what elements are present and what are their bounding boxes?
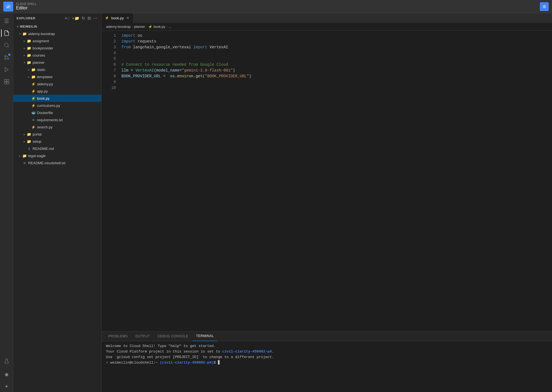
folder-templates[interactable]: 📁 templates — [13, 73, 101, 80]
folder-setup[interactable]: 📁 setup — [13, 138, 101, 145]
breadcrumb-part-4: ... — [168, 25, 171, 29]
file-curriculums-py[interactable]: ⚡ curriculums.py — [13, 102, 101, 109]
workspace-root-label: WEIMEILIN — [20, 25, 37, 28]
tab-close-button[interactable]: ✕ — [126, 16, 129, 20]
top-bar-actions: ⚙ — [540, 2, 549, 11]
py-icon: ⚡ — [31, 81, 36, 86]
code-line-2: 2 import requests — [102, 39, 552, 44]
source-control-icon[interactable] — [1, 52, 12, 63]
tab-terminal[interactable]: TERMINAL — [193, 332, 217, 341]
file-readme-md[interactable]: ℹ README.md — [13, 145, 101, 152]
leaf-arrow — [26, 125, 31, 129]
file-requirements-txt[interactable]: ≡ requirements.txt — [13, 116, 101, 123]
extensions-icon[interactable] — [1, 76, 12, 87]
svg-point-6 — [4, 58, 6, 60]
svg-line-3 — [7, 46, 9, 47]
svg-rect-10 — [7, 80, 9, 82]
collapse-icon[interactable]: ⊟ — [87, 15, 92, 21]
code-line-3: 3 from langchain_google_vertexai import … — [102, 44, 552, 50]
svg-rect-9 — [4, 80, 6, 82]
line-content-10 — [121, 85, 548, 91]
flask-icon[interactable] — [1, 356, 12, 367]
file-readme-cloudshell[interactable]: ≡ README-cloudshell.txt — [13, 159, 101, 166]
search-py-label: search.py — [37, 125, 101, 129]
code-editor[interactable]: 1 import os 2 import requests 3 from lan… — [102, 31, 552, 331]
py-icon: ⚡ — [31, 96, 36, 101]
folder-portal[interactable]: 📁 portal — [13, 131, 101, 138]
folder-planner[interactable]: 📁 planner — [13, 59, 101, 66]
file-search-py[interactable]: ⚡ search.py — [13, 123, 101, 131]
top-bar: CLOUD SHELL Editor ⚙ — [0, 0, 552, 13]
line-num-9: 9 — [106, 79, 116, 85]
sidebar: EXPLORER +□ +📁 ↻ ⊟ ··· WEIMEILIN 📁 aidem… — [13, 13, 102, 392]
txt-icon: ≡ — [22, 160, 27, 165]
cloud-shell-logo — [3, 2, 13, 12]
file-app-py[interactable]: ⚡ app.py — [13, 88, 101, 95]
line-content-8: BOOK_PROVIDER_URL = os.environ.get("BOOK… — [121, 73, 548, 79]
file-book-py[interactable]: ⚡ book.py — [13, 95, 101, 102]
tab-debug-console[interactable]: DEBUG CONSOLE — [154, 332, 192, 341]
breadcrumb-part-3: book.py — [153, 25, 165, 29]
line-num-5: 5 — [106, 56, 116, 62]
curriculums-py-label: curriculums.py — [37, 104, 101, 108]
refresh-icon[interactable]: ↻ — [81, 15, 86, 21]
legal-eagle-arrow — [18, 153, 22, 158]
breadcrumb-part-2: planner — [134, 25, 145, 29]
svg-point-2 — [4, 43, 8, 47]
terminal-project-id: civil-clarity-450002-p4 — [222, 349, 272, 354]
sidebar-header: EXPLORER +□ +📁 ↻ ⊟ ··· — [13, 13, 101, 23]
terminal-content[interactable]: Welcome to Cloud Shell! Type "help" to g… — [102, 341, 552, 392]
breadcrumb-part-1: aidemy-boostrap — [106, 25, 131, 29]
folder-static[interactable]: 📁 static — [13, 66, 101, 73]
line-content-1: import os — [121, 33, 548, 39]
aidemy-arrow — [18, 31, 22, 36]
svg-point-5 — [4, 55, 6, 57]
line-num-4: 4 — [106, 50, 116, 56]
run-debug-icon[interactable] — [1, 64, 12, 75]
sidebar-content: WEIMEILIN 📁 aidemy-boostrap 📁 assigment … — [13, 23, 101, 392]
more-icon[interactable]: ··· — [93, 15, 98, 21]
assigment-label: assigment — [33, 39, 101, 43]
tab-bar: ⚡ book.py ✕ — [102, 13, 552, 23]
gem-icon[interactable]: ◆ — [1, 369, 12, 380]
line-num-6: 6 — [106, 62, 116, 68]
terminal-line-2: Your Cloud Platform project in this sess… — [106, 349, 548, 354]
line-content-5 — [121, 56, 548, 62]
settings-button[interactable]: ⚙ — [540, 2, 549, 11]
file-aidemy-py[interactable]: ⚡ aidemy.py — [13, 80, 101, 88]
tab-output[interactable]: OUTPUT — [132, 332, 153, 341]
line-num-7: 7 — [106, 68, 116, 73]
new-file-icon[interactable]: +□ — [64, 15, 71, 21]
bookprovider-arrow — [22, 46, 26, 50]
folder-assigment[interactable]: 📁 assigment — [13, 37, 101, 44]
breadcrumb-sep-3: › — [166, 25, 167, 29]
tab-problems[interactable]: PROBLEMS — [105, 332, 131, 341]
folder-legal-eagle[interactable]: 📁 legal-eagle — [13, 152, 101, 159]
book-py-label: book.py — [37, 96, 101, 100]
tab-book-py[interactable]: ⚡ book.py ✕ — [102, 13, 133, 23]
editor-area: ⚡ book.py ✕ aidemy-boostrap › planner › … — [102, 13, 552, 392]
py-icon: ⚡ — [31, 89, 36, 94]
folder-bookprovider[interactable]: 📁 bookprovider — [13, 44, 101, 52]
templates-arrow — [26, 75, 31, 79]
workspace-root[interactable]: WEIMEILIN — [13, 23, 101, 30]
docker-icon: 🐳 — [31, 110, 36, 115]
leaf-arrow — [26, 110, 31, 115]
activity-bar: ☰ — [0, 13, 13, 392]
explorer-icon[interactable] — [1, 28, 12, 39]
aidemy-boostrap-label: aidemy-boostrap — [28, 32, 101, 36]
file-dockerfile[interactable]: 🐳 Dockerfile — [13, 109, 101, 116]
folder-aidemy-boostrap[interactable]: 📁 aidemy-boostrap — [13, 30, 101, 37]
new-folder-icon[interactable]: +📁 — [71, 15, 80, 21]
legal-eagle-label: legal-eagle — [28, 154, 101, 158]
root-arrow — [15, 24, 20, 29]
folder-icon: 📁 — [26, 46, 31, 51]
line-content-7: llm = VertexAI(model_name="gemini-2.0-fl… — [121, 68, 548, 73]
menu-icon[interactable]: ☰ — [1, 15, 12, 27]
assigment-arrow — [22, 39, 26, 43]
folder-courses[interactable]: 📁 courses — [13, 52, 101, 59]
search-icon[interactable] — [1, 40, 12, 51]
folder-icon: 📁 — [31, 74, 36, 79]
line-num-2: 2 — [106, 39, 116, 44]
star-icon[interactable]: ✦ — [1, 381, 12, 392]
